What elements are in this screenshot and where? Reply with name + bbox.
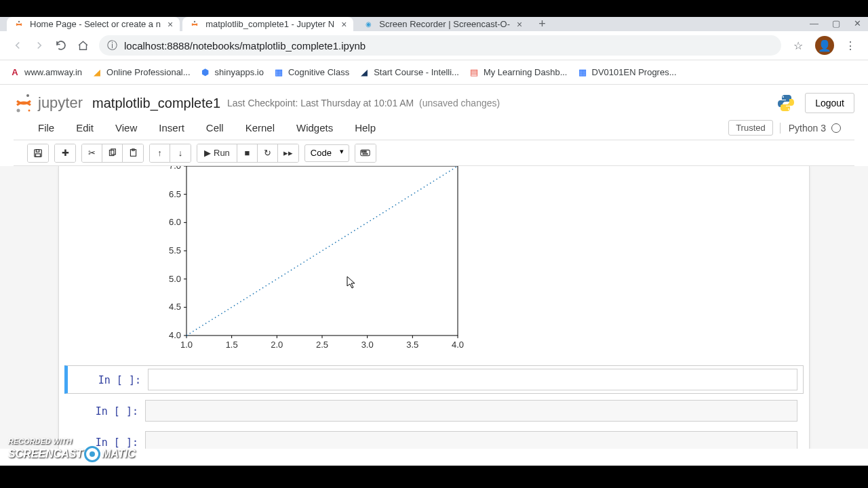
reload-button[interactable]	[50, 35, 72, 56]
svg-text:4.0: 4.0	[169, 330, 181, 340]
python-logo-icon	[776, 94, 795, 113]
bookmark-amway[interactable]: Awww.amway.in	[9, 67, 82, 78]
close-icon[interactable]: ×	[517, 19, 522, 30]
menu-view[interactable]: View	[104, 118, 148, 138]
move-down-button[interactable]: ↓	[170, 144, 191, 162]
tab-title: matplotlib_complete1 - Jupyter N	[205, 19, 334, 29]
url-text: localhost:8888/notebooks/matplotlib_comp…	[124, 40, 366, 52]
svg-point-5	[783, 96, 784, 98]
url-field[interactable]: ⓘ localhost:8888/notebooks/matplotlib_co…	[99, 35, 781, 56]
code-input[interactable]	[148, 369, 797, 390]
bookmark-online-prof[interactable]: ◢Online Professional...	[92, 67, 191, 78]
maximize-icon[interactable]: ▢	[832, 18, 840, 28]
save-button[interactable]	[28, 144, 48, 162]
watermark: RECORDED WITH SCREENCASTMATIC	[8, 437, 136, 462]
new-tab-button[interactable]: +	[532, 17, 553, 31]
code-input[interactable]	[145, 431, 797, 449]
forward-button[interactable]	[28, 35, 50, 56]
bookmark-icon: ◢	[92, 67, 102, 78]
more-menu-icon[interactable]: ⋮	[840, 39, 861, 52]
svg-point-4	[28, 110, 31, 112]
kernel-indicator[interactable]: Python 3	[780, 123, 841, 134]
svg-text:5.5: 5.5	[169, 245, 181, 256]
svg-rect-9	[36, 153, 41, 156]
code-cell[interactable]: In [ ]:	[64, 396, 804, 425]
svg-text:7.0: 7.0	[169, 166, 181, 171]
svg-text:1.0: 1.0	[180, 340, 193, 350]
svg-point-1	[194, 20, 195, 22]
cut-button[interactable]: ✂	[82, 144, 102, 162]
restart-button[interactable]: ↻	[258, 144, 278, 162]
line-chart: 4.04.55.05.56.06.57.01.01.52.02.53.03.54…	[154, 166, 466, 356]
back-button[interactable]	[7, 35, 28, 56]
svg-rect-15	[362, 151, 363, 152]
jupyter-logo-icon	[14, 93, 34, 113]
bookmark-icon: ▦	[273, 67, 284, 78]
home-button[interactable]	[72, 35, 94, 56]
move-up-button[interactable]: ↑	[150, 144, 170, 162]
add-cell-button[interactable]: ✚	[55, 144, 75, 162]
svg-point-3	[17, 109, 20, 113]
paste-button[interactable]	[123, 144, 143, 162]
bookmark-icon: ◢	[359, 67, 370, 78]
tab-title: Home Page - Select or create a n	[30, 19, 161, 29]
svg-text:1.5: 1.5	[226, 340, 238, 350]
bookmark-shinyapps[interactable]: ⬢shinyapps.io	[200, 67, 264, 78]
cell-type-select[interactable]: Code	[304, 144, 349, 162]
copy-button[interactable]	[102, 144, 123, 162]
chart-output: 4.04.55.05.56.06.57.01.01.52.02.53.03.54…	[59, 166, 809, 363]
site-info-icon[interactable]: ⓘ	[107, 39, 117, 52]
bookmark-icon: ▤	[469, 67, 479, 78]
svg-point-2	[26, 94, 29, 97]
profile-avatar[interactable]: 👤	[815, 36, 834, 55]
trusted-badge[interactable]: Trusted	[728, 120, 773, 136]
code-cell[interactable]: In [ ]:	[64, 365, 804, 394]
bookmark-icon: ⬢	[200, 67, 211, 78]
restart-run-all-button[interactable]: ▸▸	[278, 144, 298, 162]
notebook-name[interactable]: matplotlib_complete1	[92, 96, 220, 111]
svg-text:5.0: 5.0	[169, 274, 181, 284]
svg-point-6	[788, 108, 789, 110]
jupyter-header: jupyter matplotlib_complete1 Last Checkp…	[14, 90, 854, 116]
svg-text:4.5: 4.5	[169, 302, 181, 312]
checkpoint-info: Last Checkpoint: Last Thursday at 10:01 …	[227, 98, 500, 108]
svg-text:4.0: 4.0	[452, 340, 464, 350]
menu-kernel[interactable]: Kernel	[235, 118, 285, 138]
bookmark-intellipaat[interactable]: ◢Start Course - Intelli...	[359, 67, 459, 78]
interrupt-button[interactable]: ■	[237, 144, 258, 162]
menu-widgets[interactable]: Widgets	[285, 118, 344, 138]
close-icon[interactable]: ×	[167, 19, 173, 30]
screencast-favicon-icon: ◉	[363, 19, 374, 30]
address-bar: ⓘ localhost:8888/notebooks/matplotlib_co…	[0, 31, 868, 60]
menu-help[interactable]: Help	[344, 118, 387, 138]
svg-text:2.0: 2.0	[271, 340, 283, 350]
jupyter-logo[interactable]: jupyter	[14, 93, 83, 113]
menu-insert[interactable]: Insert	[148, 118, 195, 138]
svg-rect-18	[363, 153, 368, 155]
svg-text:2.5: 2.5	[316, 340, 328, 350]
command-palette-button[interactable]	[355, 144, 376, 162]
svg-text:6.5: 6.5	[169, 189, 181, 199]
cell-prompt: In [ ]:	[73, 369, 148, 390]
close-icon[interactable]: ×	[341, 19, 347, 30]
bookmark-dv0101[interactable]: ▦DV0101EN Progres...	[577, 67, 677, 78]
browser-tab-notebook[interactable]: matplotlib_complete1 - Jupyter N ×	[182, 17, 353, 31]
bookmark-cognitive[interactable]: ▦Cognitive Class	[273, 67, 349, 78]
menu-file[interactable]: File	[27, 118, 65, 138]
browser-tab-recorder[interactable]: ◉ Screen Recorder | Screencast-O- ×	[356, 17, 529, 31]
code-cell[interactable]: In [ ]:	[64, 428, 804, 449]
logout-button[interactable]: Logout	[805, 93, 854, 113]
close-window-icon[interactable]: ✕	[854, 18, 861, 28]
minimize-icon[interactable]: —	[810, 18, 818, 28]
run-button[interactable]: ▶ Run	[197, 144, 237, 162]
bookmark-dashboard[interactable]: ▤My Learning Dashb...	[469, 67, 568, 78]
menu-cell[interactable]: Cell	[195, 118, 235, 138]
svg-rect-16	[363, 151, 365, 152]
bookmark-star-icon[interactable]: ☆	[793, 39, 803, 52]
svg-rect-8	[36, 149, 39, 152]
jupyter-favicon-icon	[14, 19, 24, 30]
browser-tab-home[interactable]: Home Page - Select or create a n ×	[7, 17, 180, 31]
menu-edit[interactable]: Edit	[65, 118, 104, 138]
code-input[interactable]	[145, 400, 797, 422]
svg-text:3.0: 3.0	[361, 340, 374, 350]
